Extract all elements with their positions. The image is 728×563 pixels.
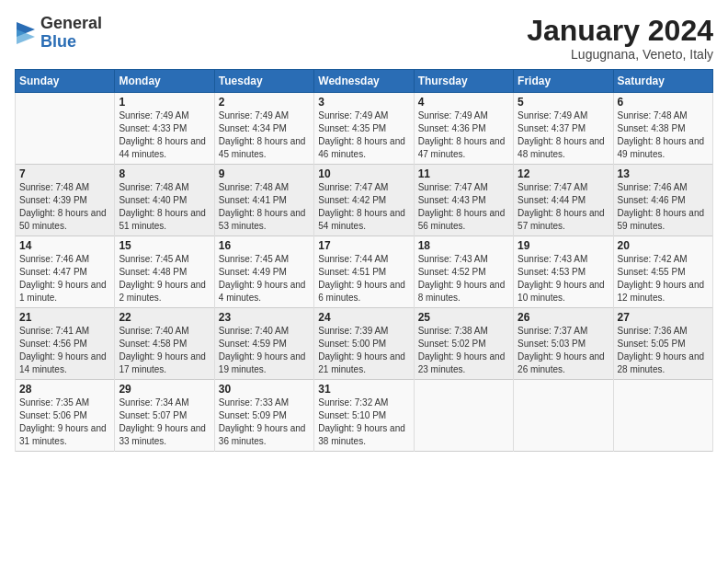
day-info: Sunrise: 7:47 AM Sunset: 4:44 PM Dayligh… <box>518 181 609 233</box>
day-number: 11 <box>418 167 509 180</box>
day-info: Sunrise: 7:49 AM Sunset: 4:36 PM Dayligh… <box>418 109 509 161</box>
calendar-cell: 29Sunrise: 7:34 AM Sunset: 5:07 PM Dayli… <box>115 380 214 452</box>
calendar-cell <box>414 380 513 452</box>
col-sunday: Sunday <box>16 70 115 93</box>
day-info: Sunrise: 7:47 AM Sunset: 4:43 PM Dayligh… <box>418 181 509 233</box>
calendar-cell: 23Sunrise: 7:40 AM Sunset: 4:59 PM Dayli… <box>214 308 313 380</box>
day-info: Sunrise: 7:49 AM Sunset: 4:37 PM Dayligh… <box>518 109 609 161</box>
day-info: Sunrise: 7:48 AM Sunset: 4:41 PM Dayligh… <box>219 181 310 233</box>
day-number: 21 <box>19 311 110 324</box>
header-row: Sunday Monday Tuesday Wednesday Thursday… <box>16 70 713 93</box>
day-info: Sunrise: 7:45 AM Sunset: 4:49 PM Dayligh… <box>219 253 310 304</box>
day-number: 13 <box>618 167 709 180</box>
day-number: 1 <box>119 96 210 109</box>
day-number: 23 <box>219 311 310 324</box>
calendar-cell: 25Sunrise: 7:38 AM Sunset: 5:02 PM Dayli… <box>414 308 513 380</box>
day-info: Sunrise: 7:32 AM Sunset: 5:10 PM Dayligh… <box>318 396 409 448</box>
calendar-week-3: 21Sunrise: 7:41 AM Sunset: 4:56 PM Dayli… <box>16 308 713 380</box>
calendar-cell: 13Sunrise: 7:46 AM Sunset: 4:46 PM Dayli… <box>613 165 712 236</box>
day-info: Sunrise: 7:43 AM Sunset: 4:52 PM Dayligh… <box>418 253 509 304</box>
day-number: 24 <box>318 311 409 324</box>
day-info: Sunrise: 7:42 AM Sunset: 4:55 PM Dayligh… <box>618 253 709 304</box>
calendar-cell: 10Sunrise: 7:47 AM Sunset: 4:42 PM Dayli… <box>314 165 414 236</box>
day-number: 9 <box>219 167 310 180</box>
logo-blue: Blue <box>40 33 102 52</box>
day-number: 25 <box>418 311 509 324</box>
day-number: 14 <box>19 239 110 252</box>
page-header: General Blue January 2024 Lugugnana, Ven… <box>15 15 713 62</box>
day-info: Sunrise: 7:49 AM Sunset: 4:35 PM Dayligh… <box>318 109 409 161</box>
day-info: Sunrise: 7:40 AM Sunset: 4:59 PM Dayligh… <box>219 325 310 376</box>
day-info: Sunrise: 7:48 AM Sunset: 4:38 PM Dayligh… <box>618 109 709 161</box>
day-number: 26 <box>518 311 609 324</box>
calendar-header: Sunday Monday Tuesday Wednesday Thursday… <box>16 70 713 93</box>
title-block: January 2024 Lugugnana, Veneto, Italy <box>527 15 713 62</box>
day-number: 29 <box>119 383 210 396</box>
calendar-cell: 3Sunrise: 7:49 AM Sunset: 4:35 PM Daylig… <box>314 93 414 165</box>
calendar-cell: 30Sunrise: 7:33 AM Sunset: 5:09 PM Dayli… <box>214 380 313 452</box>
col-monday: Monday <box>115 70 214 93</box>
logo-text: General Blue <box>40 15 102 52</box>
calendar-cell: 28Sunrise: 7:35 AM Sunset: 5:06 PM Dayli… <box>16 380 115 452</box>
calendar-week-4: 28Sunrise: 7:35 AM Sunset: 5:06 PM Dayli… <box>16 380 713 452</box>
calendar-body: 1Sunrise: 7:49 AM Sunset: 4:33 PM Daylig… <box>16 93 713 452</box>
day-number: 12 <box>518 167 609 180</box>
col-saturday: Saturday <box>613 70 712 93</box>
day-info: Sunrise: 7:46 AM Sunset: 4:47 PM Dayligh… <box>19 253 110 304</box>
day-info: Sunrise: 7:48 AM Sunset: 4:39 PM Dayligh… <box>19 181 110 233</box>
calendar-week-2: 14Sunrise: 7:46 AM Sunset: 4:47 PM Dayli… <box>16 236 713 308</box>
col-thursday: Thursday <box>414 70 513 93</box>
day-number: 5 <box>518 96 609 109</box>
day-info: Sunrise: 7:44 AM Sunset: 4:51 PM Dayligh… <box>318 253 409 304</box>
day-info: Sunrise: 7:49 AM Sunset: 4:33 PM Dayligh… <box>119 109 210 161</box>
day-info: Sunrise: 7:43 AM Sunset: 4:53 PM Dayligh… <box>518 253 609 304</box>
day-info: Sunrise: 7:35 AM Sunset: 5:06 PM Dayligh… <box>19 396 110 448</box>
calendar-cell: 5Sunrise: 7:49 AM Sunset: 4:37 PM Daylig… <box>514 93 613 165</box>
calendar-cell: 14Sunrise: 7:46 AM Sunset: 4:47 PM Dayli… <box>16 236 115 308</box>
day-number: 19 <box>518 239 609 252</box>
calendar-cell: 15Sunrise: 7:45 AM Sunset: 4:48 PM Dayli… <box>115 236 214 308</box>
calendar-cell <box>16 93 115 165</box>
day-number: 3 <box>318 96 409 109</box>
calendar-cell: 18Sunrise: 7:43 AM Sunset: 4:52 PM Dayli… <box>414 236 513 308</box>
col-tuesday: Tuesday <box>214 70 313 93</box>
day-number: 31 <box>318 383 409 396</box>
col-wednesday: Wednesday <box>314 70 414 93</box>
logo: General Blue <box>15 15 102 52</box>
day-info: Sunrise: 7:36 AM Sunset: 5:05 PM Dayligh… <box>618 325 709 376</box>
calendar-cell: 17Sunrise: 7:44 AM Sunset: 4:51 PM Dayli… <box>314 236 414 308</box>
day-info: Sunrise: 7:38 AM Sunset: 5:02 PM Dayligh… <box>418 325 509 376</box>
day-info: Sunrise: 7:40 AM Sunset: 4:58 PM Dayligh… <box>119 325 210 376</box>
day-info: Sunrise: 7:47 AM Sunset: 4:42 PM Dayligh… <box>318 181 409 233</box>
col-friday: Friday <box>514 70 613 93</box>
day-number: 7 <box>19 167 110 180</box>
calendar-cell <box>613 380 712 452</box>
day-info: Sunrise: 7:49 AM Sunset: 4:34 PM Dayligh… <box>219 109 310 161</box>
day-number: 18 <box>418 239 509 252</box>
day-info: Sunrise: 7:45 AM Sunset: 4:48 PM Dayligh… <box>119 253 210 304</box>
day-number: 8 <box>119 167 210 180</box>
day-info: Sunrise: 7:46 AM Sunset: 4:46 PM Dayligh… <box>618 181 709 233</box>
logo-general: General <box>40 15 102 33</box>
day-info: Sunrise: 7:37 AM Sunset: 5:03 PM Dayligh… <box>518 325 609 376</box>
day-info: Sunrise: 7:48 AM Sunset: 4:40 PM Dayligh… <box>119 181 210 233</box>
location: Lugugnana, Veneto, Italy <box>527 47 713 62</box>
calendar-week-1: 7Sunrise: 7:48 AM Sunset: 4:39 PM Daylig… <box>16 165 713 236</box>
calendar-cell: 31Sunrise: 7:32 AM Sunset: 5:10 PM Dayli… <box>314 380 414 452</box>
calendar-cell: 24Sunrise: 7:39 AM Sunset: 5:00 PM Dayli… <box>314 308 414 380</box>
calendar-cell: 1Sunrise: 7:49 AM Sunset: 4:33 PM Daylig… <box>115 93 214 165</box>
calendar-cell: 9Sunrise: 7:48 AM Sunset: 4:41 PM Daylig… <box>214 165 313 236</box>
day-number: 4 <box>418 96 509 109</box>
calendar-cell: 20Sunrise: 7:42 AM Sunset: 4:55 PM Dayli… <box>613 236 712 308</box>
day-info: Sunrise: 7:34 AM Sunset: 5:07 PM Dayligh… <box>119 396 210 448</box>
calendar-cell: 26Sunrise: 7:37 AM Sunset: 5:03 PM Dayli… <box>514 308 613 380</box>
calendar-cell: 27Sunrise: 7:36 AM Sunset: 5:05 PM Dayli… <box>613 308 712 380</box>
calendar-cell: 22Sunrise: 7:40 AM Sunset: 4:58 PM Dayli… <box>115 308 214 380</box>
calendar-cell <box>514 380 613 452</box>
calendar-cell: 2Sunrise: 7:49 AM Sunset: 4:34 PM Daylig… <box>214 93 313 165</box>
day-number: 27 <box>618 311 709 324</box>
calendar-cell: 7Sunrise: 7:48 AM Sunset: 4:39 PM Daylig… <box>16 165 115 236</box>
day-number: 20 <box>618 239 709 252</box>
calendar-cell: 12Sunrise: 7:47 AM Sunset: 4:44 PM Dayli… <box>514 165 613 236</box>
calendar-table: Sunday Monday Tuesday Wednesday Thursday… <box>15 69 713 452</box>
